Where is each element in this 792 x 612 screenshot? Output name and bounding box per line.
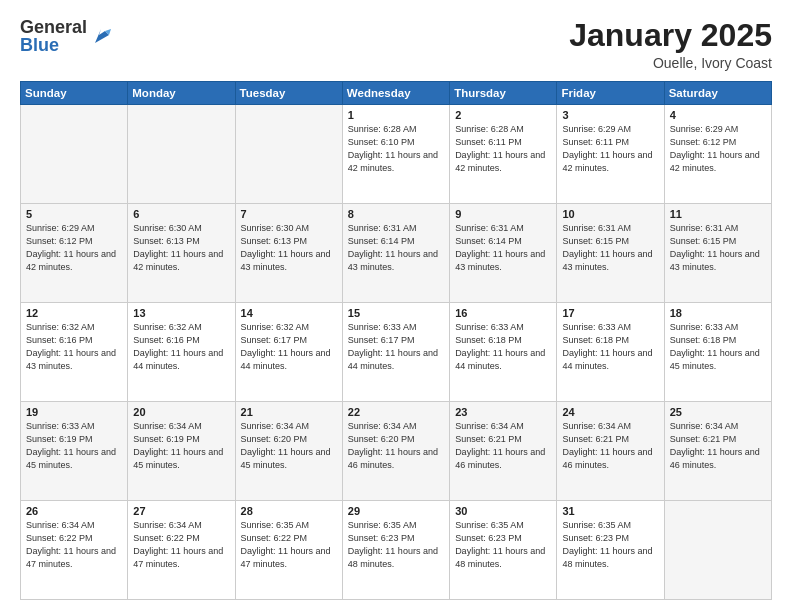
day-number: 4: [670, 109, 766, 121]
table-row: 16Sunrise: 6:33 AM Sunset: 6:18 PM Dayli…: [450, 303, 557, 402]
calendar-header-row: Sunday Monday Tuesday Wednesday Thursday…: [21, 82, 772, 105]
day-number: 15: [348, 307, 444, 319]
calendar-week-row: 19Sunrise: 6:33 AM Sunset: 6:19 PM Dayli…: [21, 402, 772, 501]
day-number: 10: [562, 208, 658, 220]
day-number: 2: [455, 109, 551, 121]
day-number: 31: [562, 505, 658, 517]
day-number: 24: [562, 406, 658, 418]
title-month: January 2025: [569, 18, 772, 53]
table-row: [664, 501, 771, 600]
day-number: 3: [562, 109, 658, 121]
table-row: 17Sunrise: 6:33 AM Sunset: 6:18 PM Dayli…: [557, 303, 664, 402]
day-info: Sunrise: 6:34 AM Sunset: 6:19 PM Dayligh…: [133, 420, 229, 472]
day-info: Sunrise: 6:34 AM Sunset: 6:22 PM Dayligh…: [26, 519, 122, 571]
table-row: 3Sunrise: 6:29 AM Sunset: 6:11 PM Daylig…: [557, 105, 664, 204]
table-row: 30Sunrise: 6:35 AM Sunset: 6:23 PM Dayli…: [450, 501, 557, 600]
day-info: Sunrise: 6:33 AM Sunset: 6:18 PM Dayligh…: [455, 321, 551, 373]
day-number: 7: [241, 208, 337, 220]
table-row: 18Sunrise: 6:33 AM Sunset: 6:18 PM Dayli…: [664, 303, 771, 402]
table-row: 20Sunrise: 6:34 AM Sunset: 6:19 PM Dayli…: [128, 402, 235, 501]
calendar-week-row: 1Sunrise: 6:28 AM Sunset: 6:10 PM Daylig…: [21, 105, 772, 204]
table-row: 15Sunrise: 6:33 AM Sunset: 6:17 PM Dayli…: [342, 303, 449, 402]
col-wednesday: Wednesday: [342, 82, 449, 105]
day-info: Sunrise: 6:31 AM Sunset: 6:15 PM Dayligh…: [670, 222, 766, 274]
day-number: 28: [241, 505, 337, 517]
logo-icon: [91, 25, 113, 47]
day-info: Sunrise: 6:32 AM Sunset: 6:16 PM Dayligh…: [26, 321, 122, 373]
day-info: Sunrise: 6:32 AM Sunset: 6:17 PM Dayligh…: [241, 321, 337, 373]
calendar-week-row: 5Sunrise: 6:29 AM Sunset: 6:12 PM Daylig…: [21, 204, 772, 303]
table-row: 26Sunrise: 6:34 AM Sunset: 6:22 PM Dayli…: [21, 501, 128, 600]
table-row: 24Sunrise: 6:34 AM Sunset: 6:21 PM Dayli…: [557, 402, 664, 501]
logo: General Blue: [20, 18, 113, 54]
day-info: Sunrise: 6:35 AM Sunset: 6:23 PM Dayligh…: [348, 519, 444, 571]
day-number: 23: [455, 406, 551, 418]
day-info: Sunrise: 6:29 AM Sunset: 6:12 PM Dayligh…: [670, 123, 766, 175]
day-number: 30: [455, 505, 551, 517]
day-number: 11: [670, 208, 766, 220]
day-number: 9: [455, 208, 551, 220]
table-row: 2Sunrise: 6:28 AM Sunset: 6:11 PM Daylig…: [450, 105, 557, 204]
calendar-week-row: 12Sunrise: 6:32 AM Sunset: 6:16 PM Dayli…: [21, 303, 772, 402]
day-info: Sunrise: 6:33 AM Sunset: 6:18 PM Dayligh…: [562, 321, 658, 373]
table-row: 9Sunrise: 6:31 AM Sunset: 6:14 PM Daylig…: [450, 204, 557, 303]
table-row: 7Sunrise: 6:30 AM Sunset: 6:13 PM Daylig…: [235, 204, 342, 303]
day-info: Sunrise: 6:30 AM Sunset: 6:13 PM Dayligh…: [133, 222, 229, 274]
table-row: 29Sunrise: 6:35 AM Sunset: 6:23 PM Dayli…: [342, 501, 449, 600]
day-number: 25: [670, 406, 766, 418]
table-row: [235, 105, 342, 204]
day-number: 18: [670, 307, 766, 319]
day-info: Sunrise: 6:34 AM Sunset: 6:21 PM Dayligh…: [455, 420, 551, 472]
table-row: 28Sunrise: 6:35 AM Sunset: 6:22 PM Dayli…: [235, 501, 342, 600]
table-row: 12Sunrise: 6:32 AM Sunset: 6:16 PM Dayli…: [21, 303, 128, 402]
day-info: Sunrise: 6:34 AM Sunset: 6:20 PM Dayligh…: [241, 420, 337, 472]
table-row: 11Sunrise: 6:31 AM Sunset: 6:15 PM Dayli…: [664, 204, 771, 303]
day-number: 29: [348, 505, 444, 517]
header: General Blue January 2025 Ouelle, Ivory …: [20, 18, 772, 71]
table-row: 23Sunrise: 6:34 AM Sunset: 6:21 PM Dayli…: [450, 402, 557, 501]
day-number: 16: [455, 307, 551, 319]
table-row: 6Sunrise: 6:30 AM Sunset: 6:13 PM Daylig…: [128, 204, 235, 303]
day-number: 20: [133, 406, 229, 418]
col-monday: Monday: [128, 82, 235, 105]
logo-general: General: [20, 18, 87, 36]
table-row: 8Sunrise: 6:31 AM Sunset: 6:14 PM Daylig…: [342, 204, 449, 303]
day-info: Sunrise: 6:34 AM Sunset: 6:21 PM Dayligh…: [562, 420, 658, 472]
table-row: [21, 105, 128, 204]
day-info: Sunrise: 6:34 AM Sunset: 6:20 PM Dayligh…: [348, 420, 444, 472]
day-info: Sunrise: 6:31 AM Sunset: 6:14 PM Dayligh…: [455, 222, 551, 274]
day-number: 17: [562, 307, 658, 319]
title-location: Ouelle, Ivory Coast: [569, 55, 772, 71]
col-thursday: Thursday: [450, 82, 557, 105]
table-row: 1Sunrise: 6:28 AM Sunset: 6:10 PM Daylig…: [342, 105, 449, 204]
table-row: 14Sunrise: 6:32 AM Sunset: 6:17 PM Dayli…: [235, 303, 342, 402]
day-number: 27: [133, 505, 229, 517]
table-row: 10Sunrise: 6:31 AM Sunset: 6:15 PM Dayli…: [557, 204, 664, 303]
col-sunday: Sunday: [21, 82, 128, 105]
table-row: 13Sunrise: 6:32 AM Sunset: 6:16 PM Dayli…: [128, 303, 235, 402]
day-info: Sunrise: 6:28 AM Sunset: 6:10 PM Dayligh…: [348, 123, 444, 175]
col-tuesday: Tuesday: [235, 82, 342, 105]
table-row: 4Sunrise: 6:29 AM Sunset: 6:12 PM Daylig…: [664, 105, 771, 204]
day-info: Sunrise: 6:29 AM Sunset: 6:12 PM Dayligh…: [26, 222, 122, 274]
table-row: 5Sunrise: 6:29 AM Sunset: 6:12 PM Daylig…: [21, 204, 128, 303]
day-number: 12: [26, 307, 122, 319]
col-friday: Friday: [557, 82, 664, 105]
table-row: 27Sunrise: 6:34 AM Sunset: 6:22 PM Dayli…: [128, 501, 235, 600]
day-number: 1: [348, 109, 444, 121]
calendar: Sunday Monday Tuesday Wednesday Thursday…: [20, 81, 772, 600]
day-info: Sunrise: 6:32 AM Sunset: 6:16 PM Dayligh…: [133, 321, 229, 373]
day-info: Sunrise: 6:35 AM Sunset: 6:23 PM Dayligh…: [562, 519, 658, 571]
table-row: 31Sunrise: 6:35 AM Sunset: 6:23 PM Dayli…: [557, 501, 664, 600]
day-info: Sunrise: 6:31 AM Sunset: 6:15 PM Dayligh…: [562, 222, 658, 274]
day-number: 22: [348, 406, 444, 418]
day-number: 5: [26, 208, 122, 220]
day-number: 19: [26, 406, 122, 418]
table-row: 21Sunrise: 6:34 AM Sunset: 6:20 PM Dayli…: [235, 402, 342, 501]
day-info: Sunrise: 6:33 AM Sunset: 6:18 PM Dayligh…: [670, 321, 766, 373]
day-number: 13: [133, 307, 229, 319]
day-number: 8: [348, 208, 444, 220]
day-info: Sunrise: 6:35 AM Sunset: 6:23 PM Dayligh…: [455, 519, 551, 571]
page: General Blue January 2025 Ouelle, Ivory …: [0, 0, 792, 612]
table-row: 19Sunrise: 6:33 AM Sunset: 6:19 PM Dayli…: [21, 402, 128, 501]
